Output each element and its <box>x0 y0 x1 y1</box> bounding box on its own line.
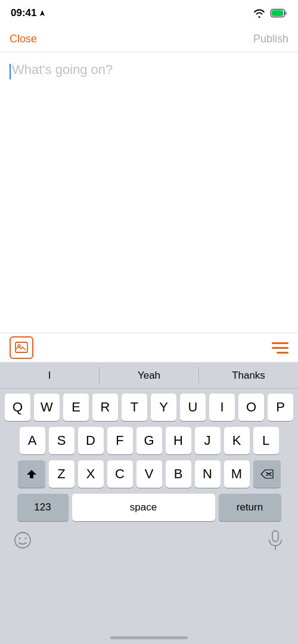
svg-rect-1 <box>285 11 287 15</box>
composer-placeholder: What's going on? <box>12 62 113 77</box>
menu-line-3 <box>277 352 288 354</box>
bottom-row <box>0 524 298 556</box>
key-P[interactable]: P <box>268 394 293 421</box>
menu-button[interactable] <box>272 342 288 354</box>
key-row-4: 123 space return <box>2 494 296 521</box>
emoji-icon <box>13 531 32 550</box>
key-I[interactable]: I <box>209 394 235 421</box>
nav-bar: Close Publish <box>0 26 298 52</box>
keyboard: I Yeah Thanks Q W E R T Y U I O P A S D … <box>0 363 298 644</box>
image-button[interactable] <box>10 336 33 359</box>
key-D[interactable]: D <box>78 427 104 454</box>
shift-key[interactable] <box>18 460 45 488</box>
key-Q[interactable]: Q <box>5 394 30 421</box>
status-bar: 09:41 <box>0 0 298 26</box>
battery-icon <box>271 9 287 17</box>
key-L[interactable]: L <box>253 427 279 454</box>
status-time: 09:41 <box>11 7 46 19</box>
wifi-icon <box>253 8 266 18</box>
microphone-icon <box>268 530 283 550</box>
menu-line-2 <box>272 347 288 349</box>
text-cursor <box>10 64 11 79</box>
emoji-button[interactable] <box>10 527 36 553</box>
autocomplete-item-2[interactable]: Thanks <box>199 363 298 388</box>
key-S[interactable]: S <box>49 427 74 454</box>
svg-point-7 <box>25 538 27 540</box>
close-button[interactable]: Close <box>10 33 37 45</box>
key-U[interactable]: U <box>180 394 206 421</box>
numbers-key[interactable]: 123 <box>17 494 69 521</box>
backspace-icon <box>260 469 274 479</box>
composer-area[interactable]: What's going on? <box>0 52 298 303</box>
space-key[interactable]: space <box>72 494 215 521</box>
composer-toolbar <box>0 333 298 363</box>
status-icons <box>253 8 287 18</box>
key-Z[interactable]: Z <box>49 460 74 488</box>
backspace-key[interactable] <box>253 460 281 488</box>
return-key[interactable]: return <box>219 494 281 521</box>
svg-point-5 <box>15 532 30 548</box>
svg-rect-8 <box>272 531 278 541</box>
key-J[interactable]: J <box>195 427 221 454</box>
home-indicator <box>110 636 188 639</box>
time-label: 09:41 <box>11 7 36 19</box>
svg-rect-2 <box>272 10 283 16</box>
key-G[interactable]: G <box>136 427 162 454</box>
key-V[interactable]: V <box>136 460 162 488</box>
shift-icon <box>26 468 38 480</box>
menu-line-1 <box>272 342 288 344</box>
key-R[interactable]: R <box>92 394 118 421</box>
key-O[interactable]: O <box>238 394 264 421</box>
key-C[interactable]: C <box>107 460 133 488</box>
publish-button[interactable]: Publish <box>253 33 288 45</box>
microphone-button[interactable] <box>262 527 288 553</box>
key-row-2: A S D F G H J K L <box>2 427 296 454</box>
key-M[interactable]: M <box>224 460 250 488</box>
key-T[interactable]: T <box>122 394 147 421</box>
key-X[interactable]: X <box>78 460 104 488</box>
key-F[interactable]: F <box>107 427 133 454</box>
key-K[interactable]: K <box>224 427 250 454</box>
key-row-3: Z X C V B N M <box>2 460 296 488</box>
image-icon <box>15 342 28 354</box>
key-A[interactable]: A <box>20 427 45 454</box>
key-rows: Q W E R T Y U I O P A S D F G H J K L <box>0 389 298 524</box>
key-B[interactable]: B <box>166 460 191 488</box>
autocomplete-row: I Yeah Thanks <box>0 363 298 389</box>
location-arrow-icon <box>39 9 46 17</box>
key-W[interactable]: W <box>34 394 60 421</box>
autocomplete-item-0[interactable]: I <box>0 363 99 388</box>
key-N[interactable]: N <box>195 460 221 488</box>
autocomplete-item-1[interactable]: Yeah <box>100 363 198 388</box>
key-row-1: Q W E R T Y U I O P <box>2 394 296 421</box>
svg-point-6 <box>19 538 21 540</box>
key-H[interactable]: H <box>166 427 191 454</box>
key-E[interactable]: E <box>63 394 89 421</box>
key-Y[interactable]: Y <box>151 394 176 421</box>
